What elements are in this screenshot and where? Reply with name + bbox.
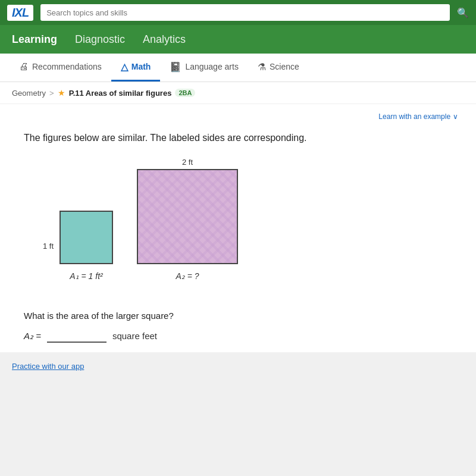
problem-statement: The figures below are similar. The label…: [24, 133, 452, 143]
practice-app-link[interactable]: Practice with our app: [0, 352, 476, 377]
search-input[interactable]: [40, 4, 450, 21]
answer-row: A₂ = square feet: [24, 329, 452, 343]
tab-science-label: Science: [270, 62, 299, 71]
tab-math-label: Math: [131, 62, 151, 71]
main-content: Learn with an example ∨ The figures belo…: [0, 104, 476, 352]
answer-units: square feet: [112, 331, 157, 341]
breadcrumb-star-icon: ★: [58, 88, 65, 98]
figures-container: 1 ft A₁ = 1 ft² 2 ft A₂ = ?: [24, 158, 452, 281]
ixl-logo: IXL: [7, 5, 33, 21]
tab-recommendations[interactable]: 🖨 Recommendations: [10, 54, 111, 82]
figure2-wrapper: 2 ft A₂ = ?: [137, 158, 238, 281]
tab-math[interactable]: △ Math: [111, 54, 161, 82]
question-section: What is the area of the larger square? A…: [0, 305, 476, 352]
breadcrumb-badge: 2BA: [175, 89, 195, 97]
nav-bar: Learning Diagnostic Analytics: [0, 25, 476, 54]
figure1-side-label: 1 ft: [43, 242, 54, 250]
question-text: What is the area of the larger square?: [24, 311, 452, 321]
nav-analytics[interactable]: Analytics: [143, 31, 186, 48]
breadcrumb: Geometry > ★ P.11 Areas of similar figur…: [0, 82, 476, 104]
tab-language-arts[interactable]: 📓 Language arts: [160, 54, 248, 82]
breadcrumb-geometry[interactable]: Geometry: [12, 89, 46, 98]
learn-example-text: Learn with an example: [378, 112, 450, 121]
tabs-bar: 🖨 Recommendations △ Math 📓 Language arts…: [0, 54, 476, 82]
recommendations-icon: 🖨: [19, 61, 29, 72]
search-icon[interactable]: 🔍: [457, 7, 469, 18]
breadcrumb-separator: >: [49, 89, 54, 98]
learn-example-chevron: ∨: [453, 112, 458, 121]
problem-area: The figures below are similar. The label…: [0, 123, 476, 305]
learn-example-link[interactable]: Learn with an example ∨: [0, 104, 476, 123]
nav-diagnostic[interactable]: Diagnostic: [75, 31, 125, 48]
answer-input[interactable]: [47, 329, 107, 343]
breadcrumb-skill: P.11 Areas of similar figures: [69, 89, 172, 98]
figure1-area-label: A₁ = 1 ft²: [70, 271, 102, 281]
tab-recommendations-label: Recommendations: [32, 62, 102, 71]
language-arts-icon: 📓: [170, 61, 181, 73]
answer-label: A₂ =: [24, 331, 41, 342]
small-square: [60, 211, 113, 264]
nav-learning[interactable]: Learning: [12, 31, 57, 48]
figure2-area-label: A₂ = ?: [176, 271, 199, 281]
large-square: [137, 169, 238, 264]
top-bar: IXL 🔍: [0, 0, 476, 25]
tab-language-arts-label: Language arts: [185, 62, 239, 71]
tab-science[interactable]: ⚗ Science: [248, 54, 309, 82]
figure2-top-label: 2 ft: [182, 158, 193, 167]
figure1-wrapper: 1 ft A₁ = 1 ft²: [60, 211, 113, 281]
science-icon: ⚗: [258, 61, 266, 73]
math-icon: △: [121, 61, 128, 73]
